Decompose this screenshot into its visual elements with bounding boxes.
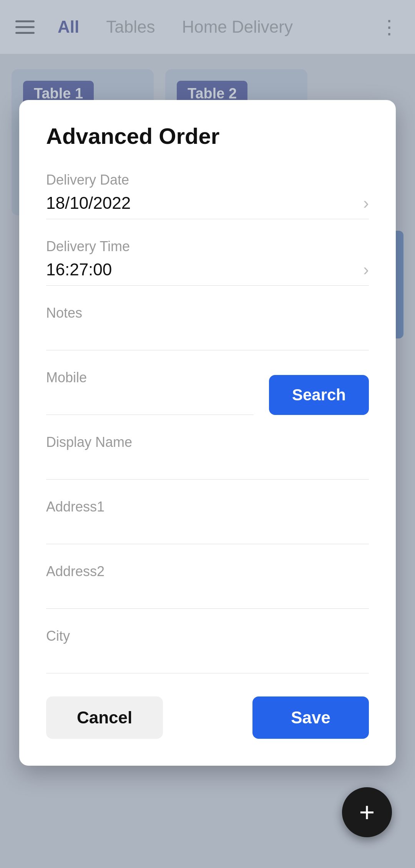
address2-label: Address2	[46, 563, 369, 580]
delivery-date-label: Delivery Date	[46, 172, 369, 188]
delivery-date-group: Delivery Date 18/10/2022 ›	[46, 172, 369, 219]
notes-label: Notes	[46, 305, 369, 321]
display-name-label: Display Name	[46, 434, 369, 450]
delivery-time-group: Delivery Time 16:27:00 ›	[46, 238, 369, 286]
city-group: City	[46, 628, 369, 673]
fab-add-button[interactable]: +	[342, 787, 392, 837]
notes-group: Notes	[46, 305, 369, 350]
delivery-time-label: Delivery Time	[46, 238, 369, 255]
notes-input[interactable]	[46, 327, 369, 350]
mobile-input[interactable]	[46, 391, 254, 415]
delivery-date-value: 18/10/2022	[46, 193, 131, 213]
fab-plus-icon: +	[359, 799, 375, 826]
address1-input[interactable]	[46, 520, 369, 544]
city-label: City	[46, 628, 369, 644]
dialog-title: Advanced Order	[46, 123, 369, 149]
display-name-input[interactable]	[46, 456, 369, 480]
address2-input[interactable]	[46, 585, 369, 609]
mobile-label: Mobile	[46, 370, 254, 386]
mobile-input-wrap: Mobile	[46, 370, 254, 415]
city-input[interactable]	[46, 650, 369, 673]
address1-label: Address1	[46, 499, 369, 515]
delivery-time-value: 16:27:00	[46, 260, 112, 279]
display-name-group: Display Name	[46, 434, 369, 480]
save-button[interactable]: Save	[252, 696, 369, 739]
advanced-order-dialog: Advanced Order Delivery Date 18/10/2022 …	[19, 100, 396, 766]
delivery-time-row[interactable]: 16:27:00 ›	[46, 260, 369, 286]
address1-group: Address1	[46, 499, 369, 544]
dialog-bottom-buttons: Cancel Save	[46, 696, 369, 739]
cancel-button[interactable]: Cancel	[46, 696, 163, 739]
delivery-date-chevron-icon: ›	[363, 193, 369, 213]
delivery-time-chevron-icon: ›	[363, 260, 369, 279]
delivery-date-row[interactable]: 18/10/2022 ›	[46, 193, 369, 219]
search-button[interactable]: Search	[269, 375, 369, 415]
address2-group: Address2	[46, 563, 369, 609]
mobile-row: Mobile Search	[46, 370, 369, 415]
